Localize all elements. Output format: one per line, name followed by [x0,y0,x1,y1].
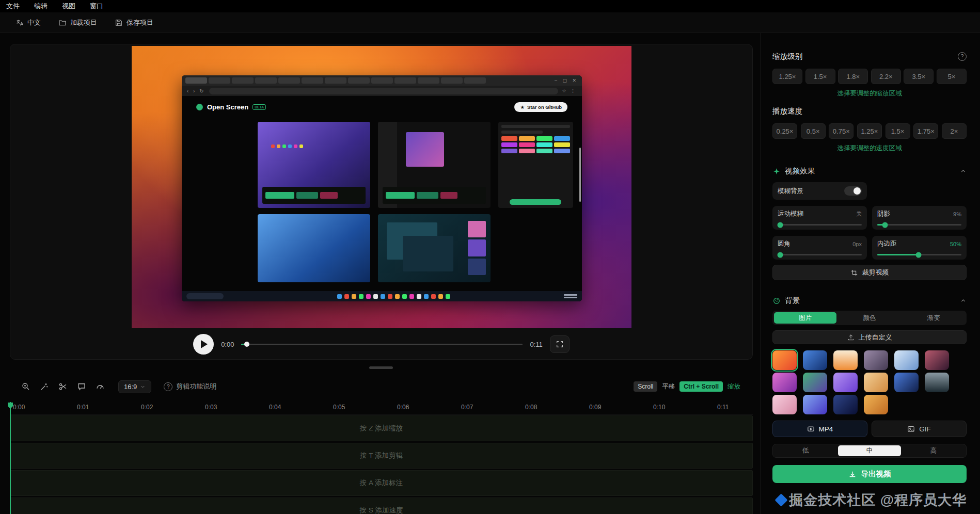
background-thumb[interactable] [864,350,888,370]
video-frame[interactable]: – ▢ ✕ ‹ › ↻ ☆ ⋮ Open Screen BETA ★ Star … [132,46,631,328]
menu-view[interactable]: 视图 [62,2,75,11]
format-mp4-button[interactable]: MP4 [772,421,867,437]
background-thumb[interactable] [894,350,919,370]
slider-knob[interactable] [915,252,921,258]
menu-edit[interactable]: 编辑 [34,2,48,11]
zoom-shortcut-label: 缩放 [728,382,740,391]
tab-gradient[interactable]: 渐变 [903,312,965,324]
speed-option[interactable]: 0.25× [772,123,797,139]
background-thumb[interactable] [772,350,797,370]
magnifier-icon [21,382,30,391]
background-thumb[interactable] [864,373,888,392]
motion-blur-slider[interactable] [778,224,862,226]
upload-custom-button[interactable]: 上传自定义 [772,330,967,344]
tab-color[interactable]: 颜色 [838,312,900,324]
background-thumb[interactable] [925,373,949,392]
seek-knob[interactable] [244,342,249,347]
padding-slider[interactable] [877,254,961,255]
ruler-label: 0:10 [653,404,665,411]
slider-knob[interactable] [777,252,783,258]
speed-track[interactable]: 按 S 添加速度 [10,497,753,514]
help-icon[interactable]: ? [958,52,967,61]
background-tabs: 图片 颜色 渐变 [772,311,967,325]
annotation-tool-button[interactable] [75,380,88,393]
speed-region-hint[interactable]: 选择要调整的速度区域 [772,144,967,153]
annotation-track[interactable]: 按 A 添加标注 [10,470,753,496]
timeline-shortcuts-legend: Scroll 平移 Ctrl + Scroll 缩放 [634,381,740,392]
zoom-track[interactable]: 按 Z 添加缩放 [10,415,753,441]
speed-option[interactable]: 0.75× [829,123,853,139]
background-thumb[interactable] [833,350,858,370]
quality-high[interactable]: 高 [902,445,965,456]
background-thumb[interactable] [833,395,858,414]
load-project-button[interactable]: 加载项目 [58,18,97,27]
playhead-marker-icon[interactable] [7,402,13,409]
export-format-row: MP4 GIF [772,421,967,437]
zoom-region-hint[interactable]: 选择要调整的缩放区域 [772,89,967,98]
slider-knob[interactable] [777,222,783,228]
effects-section-header[interactable]: 视频效果 [772,166,967,176]
quality-low[interactable]: 低 [774,445,837,456]
play-button[interactable] [193,334,214,355]
editor-video-thumb [406,132,444,167]
blur-background-toggle[interactable] [844,186,862,196]
background-thumb[interactable] [803,395,827,414]
zoom-tool-button[interactable] [19,380,33,393]
background-thumb[interactable] [803,350,827,370]
background-thumb[interactable] [772,373,797,392]
taskbar-search [186,293,224,299]
menu-window[interactable]: 窗口 [90,2,103,11]
zoom-option[interactable]: 1.25× [772,69,802,84]
background-thumb[interactable] [894,373,919,392]
menu-file[interactable]: 文件 [6,2,20,11]
panel-text-line [501,131,543,134]
background-thumb[interactable] [803,373,827,392]
cut-tool-button[interactable] [56,380,70,393]
aspect-ratio-dropdown[interactable]: 16:9 [118,380,151,393]
background-thumb[interactable] [925,350,949,370]
background-section-header[interactable]: 背景 [772,296,967,306]
browser-address-bar: ‹ › ↻ ☆ ⋮ [182,86,582,96]
corner-radius-value: 0px [852,241,862,247]
mini-thumb-strip [468,221,486,276]
browser-tab [371,77,393,84]
format-gif-button[interactable]: GIF [872,421,967,437]
openscreen-logo-icon [196,104,203,110]
export-video-button[interactable]: 导出视频 [772,465,967,483]
background-thumb[interactable] [864,395,888,414]
speed-option[interactable]: 1.5× [886,123,910,139]
language-switcher[interactable]: 中文 [15,18,41,27]
background-thumb[interactable] [833,373,858,392]
browser-tab [441,77,463,84]
timeline-ruler[interactable]: 0:00 0:01 0:02 0:03 0:04 0:05 0:06 0:07 … [10,402,753,414]
panel-resize-handle[interactable] [369,366,393,369]
zoom-option[interactable]: 1.5× [805,69,835,84]
zoom-option[interactable]: 1.8× [838,69,868,84]
zoom-option[interactable]: 2.2× [871,69,901,84]
corner-radius-label: 圆角 [778,239,791,248]
quality-medium[interactable]: 中 [838,445,901,456]
track-hint: 按 S 添加速度 [359,506,403,514]
slider-knob[interactable] [882,222,888,228]
speed-option[interactable]: 1.75× [913,123,938,139]
recorded-browser-window: – ▢ ✕ ‹ › ↻ ☆ ⋮ Open Screen BETA ★ Star … [182,75,582,301]
speed-tool-button[interactable] [93,380,107,393]
seek-bar[interactable] [241,344,523,345]
speed-option[interactable]: 0.5× [801,123,826,139]
trim-track[interactable]: 按 T 添加剪辑 [10,443,753,469]
effects-tool-button[interactable] [38,380,51,393]
tab-image[interactable]: 图片 [774,312,836,324]
zoom-option[interactable]: 5× [937,69,967,84]
crop-video-button[interactable]: 裁剪视频 [772,265,967,280]
corner-radius-slider[interactable] [778,254,862,255]
shadow-slider[interactable] [877,224,961,226]
save-project-button[interactable]: 保存项目 [115,18,153,27]
speed-option[interactable]: 2× [942,123,967,139]
zoom-option[interactable]: 3.5× [904,69,934,84]
fullscreen-button[interactable] [550,335,570,353]
playhead[interactable] [10,402,11,514]
shadow-label: 阴影 [877,210,890,218]
editing-help[interactable]: ? 剪辑功能说明 [164,382,216,391]
background-thumb[interactable] [772,395,797,414]
speed-option[interactable]: 1.25× [857,123,882,139]
